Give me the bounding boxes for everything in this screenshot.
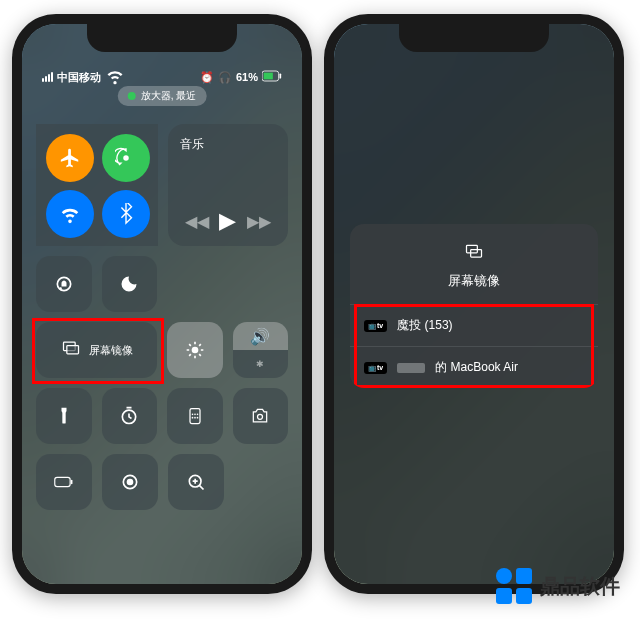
signal-icon xyxy=(42,72,53,82)
bluetooth-toggle[interactable] xyxy=(102,190,150,238)
device-label: 的 MacBook Air xyxy=(435,359,518,376)
svg-point-13 xyxy=(191,417,193,419)
camera-indicator-text: 放大器, 最近 xyxy=(141,89,197,103)
screen-record-button[interactable] xyxy=(102,454,158,510)
svg-point-11 xyxy=(194,414,196,416)
svg-rect-17 xyxy=(55,477,70,486)
do-not-disturb-toggle[interactable] xyxy=(102,256,158,312)
status-bar: 中国移动 ⏰ 🎧 61% xyxy=(22,66,302,88)
device-label: 魔投 (153) xyxy=(397,317,452,334)
music-title: 音乐 xyxy=(180,136,276,153)
watermark: 鼎品软件 xyxy=(496,568,620,604)
low-power-toggle[interactable] xyxy=(36,454,92,510)
calculator-button[interactable] xyxy=(167,388,223,444)
screen-mirror-label: 屏幕镜像 xyxy=(89,343,133,358)
screen-mirror-icon xyxy=(61,338,81,362)
flashlight-button[interactable] xyxy=(36,388,92,444)
screen-mirror-icon xyxy=(464,248,484,265)
wifi-toggle[interactable] xyxy=(46,190,94,238)
svg-rect-18 xyxy=(71,480,73,485)
svg-rect-1 xyxy=(264,73,273,80)
svg-rect-2 xyxy=(280,74,282,79)
play-icon[interactable]: ▶ xyxy=(219,208,236,234)
alarm-icon: ⏰ xyxy=(200,71,214,84)
battery-label: 61% xyxy=(236,71,258,83)
wifi-icon xyxy=(105,66,125,88)
mirror-popup-title: 屏幕镜像 xyxy=(350,272,598,290)
svg-point-20 xyxy=(128,480,133,485)
svg-point-14 xyxy=(194,417,196,419)
music-widget[interactable]: 音乐 ◀◀ ▶ ▶▶ xyxy=(168,124,288,246)
volume-icon: 🔊 xyxy=(250,327,270,346)
screen-mirroring-button[interactable]: 屏幕镜像 xyxy=(36,322,157,378)
orientation-lock-toggle[interactable] xyxy=(36,256,92,312)
watermark-logo-icon xyxy=(496,568,532,604)
mirror-popup-header: 屏幕镜像 xyxy=(350,224,598,304)
watermark-text: 鼎品软件 xyxy=(540,573,620,600)
carrier-label: 中国移动 xyxy=(57,70,101,85)
screen-mirror-popup: 屏幕镜像 📺tv 魔投 (153) 📺tv 的 MacBook Air xyxy=(350,224,598,388)
prev-track-icon[interactable]: ◀◀ xyxy=(185,212,209,231)
notch xyxy=(399,24,549,52)
svg-point-10 xyxy=(191,414,193,416)
svg-point-12 xyxy=(196,414,198,416)
phone-left: 放大器, 最近 中国移动 ⏰ 🎧 61% xyxy=(12,14,312,594)
mirror-device-option[interactable]: 📺tv 的 MacBook Air xyxy=(350,346,598,388)
screen-right: 屏幕镜像 📺tv 魔投 (153) 📺tv 的 MacBook Air xyxy=(334,24,614,584)
camera-dot-icon xyxy=(128,92,136,100)
redacted-text xyxy=(397,363,425,373)
screen-left: 放大器, 最近 中国移动 ⏰ 🎧 61% xyxy=(22,24,302,584)
headphones-icon: 🎧 xyxy=(218,71,232,84)
camera-indicator: 放大器, 最近 xyxy=(118,86,207,106)
brightness-slider[interactable] xyxy=(167,322,222,378)
svg-point-7 xyxy=(191,347,198,354)
timer-button[interactable] xyxy=(102,388,158,444)
volume-slider[interactable]: 🔊 ✱ xyxy=(233,322,288,378)
airplane-toggle[interactable] xyxy=(46,134,94,182)
next-track-icon[interactable]: ▶▶ xyxy=(247,212,271,231)
svg-rect-6 xyxy=(66,346,78,354)
notch xyxy=(87,24,237,52)
magnifier-button[interactable] xyxy=(168,454,224,510)
svg-point-3 xyxy=(123,155,129,161)
battery-icon xyxy=(262,66,282,88)
appletv-icon: 📺tv xyxy=(364,320,387,332)
cellular-toggle[interactable] xyxy=(102,134,150,182)
svg-point-15 xyxy=(196,417,198,419)
control-center: 音乐 ◀◀ ▶ ▶▶ 屏幕镜 xyxy=(36,124,288,520)
phone-right: 屏幕镜像 📺tv 魔投 (153) 📺tv 的 MacBook Air xyxy=(324,14,624,594)
bluetooth-audio-icon: ✱ xyxy=(256,359,264,369)
svg-point-16 xyxy=(258,414,263,419)
connectivity-group[interactable] xyxy=(36,124,158,246)
appletv-icon: 📺tv xyxy=(364,362,387,374)
mirror-device-option[interactable]: 📺tv 魔投 (153) xyxy=(350,304,598,346)
svg-rect-9 xyxy=(190,409,200,424)
camera-button[interactable] xyxy=(233,388,289,444)
